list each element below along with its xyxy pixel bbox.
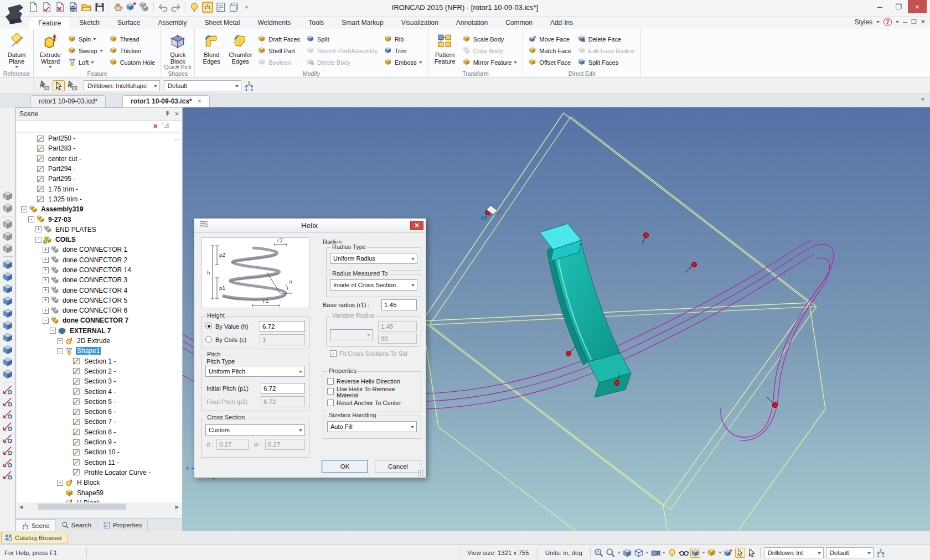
expand-toggle[interactable]: + bbox=[43, 308, 49, 314]
tab-sketch[interactable]: Sketch bbox=[70, 17, 108, 29]
expand-toggle[interactable]: - bbox=[21, 206, 27, 212]
doc-tab-2[interactable]: rotor1 10-09-03.ics*× bbox=[122, 95, 210, 107]
tree-item-coils[interactable]: -COILS bbox=[17, 235, 182, 245]
doc-tab-1[interactable]: rotor1 10-09-03.icd* bbox=[30, 95, 106, 107]
mdi-minimize-button[interactable]: ─ bbox=[903, 19, 907, 25]
subtract-icon[interactable] bbox=[2, 203, 13, 214]
select-arrow-icon[interactable] bbox=[53, 80, 65, 91]
tree-item-section-7[interactable]: Section 7 - bbox=[17, 417, 182, 427]
scrollbar-thumb[interactable] bbox=[38, 504, 126, 510]
tree-item-section-9[interactable]: Section 9 - bbox=[17, 437, 182, 447]
expand-toggle[interactable]: + bbox=[43, 297, 49, 303]
select-cursor-icon[interactable] bbox=[735, 548, 745, 558]
expand-toggle[interactable]: + bbox=[57, 480, 63, 486]
help-caret-icon[interactable] bbox=[896, 21, 899, 23]
radius-dimension-icon[interactable] bbox=[2, 433, 13, 444]
expand-toggle[interactable]: + bbox=[43, 247, 49, 253]
expand-toggle[interactable]: + bbox=[57, 338, 63, 344]
expand-toggle[interactable]: + bbox=[43, 267, 49, 273]
split-shape-icon[interactable] bbox=[2, 243, 13, 254]
sweep-button[interactable]: Sweep bbox=[66, 45, 105, 56]
pattern-feature-button[interactable]: Pattern Feature bbox=[431, 31, 459, 70]
tab-sheet-metal[interactable]: Sheet Metal bbox=[195, 17, 249, 29]
zoom-in-icon[interactable] bbox=[594, 548, 604, 558]
part-view-icon[interactable] bbox=[707, 548, 717, 558]
tree-item-section-11[interactable]: Section 11 - bbox=[17, 458, 182, 468]
tree-horizontal-scrollbar[interactable]: ◀ ▶ bbox=[17, 502, 182, 511]
split-faces-button[interactable]: Split Faces bbox=[576, 56, 637, 68]
tree-item-9-27-03[interactable]: -9-27-03 bbox=[17, 214, 182, 224]
dialog-titlebar[interactable]: Helix ✕ bbox=[194, 219, 426, 233]
dialog-close-button[interactable]: ✕ bbox=[410, 221, 423, 230]
panel-tab-properties[interactable]: Properties bbox=[97, 519, 148, 531]
tree-item-done-connector-2[interactable]: +done CONNECTOR 2 bbox=[17, 255, 182, 265]
mirror-feature-button[interactable]: Mirror Feature bbox=[461, 56, 519, 68]
tree-item-done-connector-1[interactable]: +done CONNECTOR 1 bbox=[17, 245, 182, 255]
tab-list-caret-icon[interactable] bbox=[921, 98, 924, 101]
ok-button[interactable]: OK bbox=[322, 460, 368, 473]
tree-item-section-8[interactable]: Section 8 - bbox=[17, 427, 182, 437]
tree-item-part295[interactable]: Part295 - bbox=[17, 174, 182, 184]
panel-tab-scene[interactable]: Scene bbox=[16, 519, 56, 531]
cancel-button[interactable]: Cancel bbox=[375, 460, 421, 473]
expand-toggle[interactable]: + bbox=[43, 257, 49, 263]
tree-item-shape59[interactable]: Shape59 bbox=[17, 488, 182, 497]
tree-item-end-plates[interactable]: +END PLATES bbox=[17, 225, 182, 235]
tree-item-section-4[interactable]: Section 4 - bbox=[17, 386, 182, 396]
scale-body-button[interactable]: Scale Body bbox=[461, 33, 519, 45]
view-front-icon[interactable] bbox=[2, 259, 13, 270]
split-button[interactable]: Split bbox=[305, 33, 379, 45]
tree-item-section-2[interactable]: Section 2 - bbox=[17, 366, 182, 376]
rib-button[interactable]: Rib bbox=[383, 33, 424, 45]
move-icon[interactable] bbox=[724, 548, 733, 558]
tree-item-assembly319[interactable]: -Assembly319 bbox=[17, 204, 182, 214]
radius-measured-select[interactable]: Inside of Cross Section bbox=[330, 279, 417, 291]
delete-face-button[interactable]: Delete Face bbox=[576, 33, 637, 45]
linear-dimension-icon[interactable] bbox=[2, 397, 13, 408]
vertical-dimension-icon[interactable] bbox=[2, 409, 13, 420]
shaded-cube-icon[interactable] bbox=[622, 548, 632, 558]
scroll-up-icon[interactable]: ︿ bbox=[174, 136, 179, 143]
cross-section-select[interactable]: Custom bbox=[205, 424, 305, 435]
pin-icon[interactable] bbox=[164, 110, 170, 118]
tree-item-2d-extrude[interactable]: +2D Extrude bbox=[17, 336, 182, 346]
glasses-icon[interactable] bbox=[679, 548, 689, 558]
help-icon[interactable]: ? bbox=[884, 18, 892, 26]
tree-item-done-connector-4[interactable]: +done CONNECTOR 4 bbox=[17, 285, 182, 295]
dialog-resize-grip[interactable] bbox=[417, 470, 424, 476]
expand-toggle[interactable]: - bbox=[43, 318, 49, 324]
tab-tools[interactable]: Tools bbox=[299, 17, 333, 29]
scene-structure-icon[interactable] bbox=[243, 80, 255, 91]
tree-item-h-block[interactable]: +H Block bbox=[17, 478, 182, 488]
shell-part-button[interactable]: Shell Part bbox=[256, 45, 302, 56]
tree-item-section-1[interactable]: Section 1 - bbox=[17, 356, 182, 366]
tab-feature[interactable]: Feature bbox=[29, 17, 70, 29]
tree-item-1-325-trim[interactable]: 1.325 trim - bbox=[17, 194, 182, 204]
sort-tree-icon[interactable]: * bbox=[162, 122, 170, 131]
tab-assembly[interactable]: Assembly bbox=[149, 17, 195, 29]
select-shape-icon[interactable] bbox=[39, 80, 51, 91]
tree-item-center-cut[interactable]: center cut - bbox=[17, 154, 182, 164]
section-icon[interactable] bbox=[2, 231, 13, 242]
trim-button[interactable]: Trim bbox=[383, 45, 424, 56]
clear-selection-icon[interactable]: × bbox=[153, 122, 158, 131]
tree-item-section-10[interactable]: Section 10 - bbox=[17, 447, 182, 457]
draft-faces-button[interactable]: Draft Faces bbox=[256, 33, 302, 45]
union-icon[interactable] bbox=[2, 190, 13, 201]
spin-button[interactable]: Spin bbox=[66, 33, 105, 45]
wireframe-cube-icon[interactable] bbox=[634, 548, 644, 558]
expand-toggle[interactable]: + bbox=[35, 226, 42, 232]
tab-visualization[interactable]: Visualization bbox=[392, 17, 447, 29]
status-configuration-select[interactable]: Default bbox=[826, 547, 874, 558]
tree-item-section-3[interactable]: Section 3 - bbox=[17, 376, 182, 386]
initial-pitch-input[interactable] bbox=[261, 383, 305, 394]
tree-item-done-connector-6[interactable]: +done CONNECTOR 6 bbox=[17, 305, 182, 315]
mdi-restore-button[interactable]: ❐ bbox=[911, 18, 917, 25]
tree-item-section-5[interactable]: Section 5 - bbox=[17, 397, 182, 407]
thicken-button[interactable]: Thicken bbox=[108, 45, 157, 56]
thread-button[interactable]: Thread bbox=[108, 33, 157, 45]
by-coils-radio[interactable] bbox=[205, 336, 212, 343]
tree-item-section-6[interactable]: Section 6 - bbox=[17, 407, 182, 417]
leader-note-icon[interactable] bbox=[2, 458, 13, 469]
height-value-input[interactable] bbox=[260, 321, 305, 332]
